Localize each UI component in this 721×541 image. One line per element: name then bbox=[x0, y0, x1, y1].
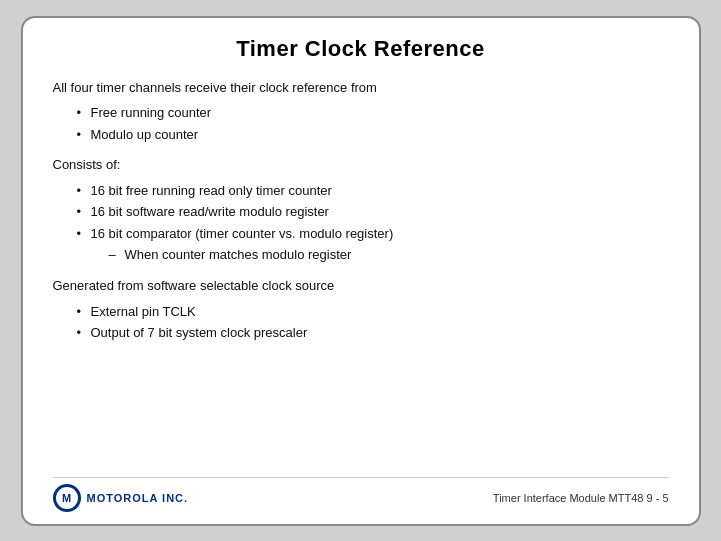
list-item: 16 bit comparator (timer counter vs. mod… bbox=[77, 223, 669, 266]
intro-text: All four timer channels receive their cl… bbox=[53, 78, 669, 99]
motorola-text: MOTOROLA INC. bbox=[87, 492, 189, 504]
list-item: External pin TCLK bbox=[77, 301, 669, 322]
slide-footer: M MOTOROLA INC. Timer Interface Module M… bbox=[53, 477, 669, 512]
motorola-circle-icon: M bbox=[53, 484, 81, 512]
consists-label: Consists of: bbox=[53, 155, 669, 176]
list-item: Free running counter bbox=[77, 102, 669, 123]
when-sub-list: When counter matches modulo register bbox=[109, 244, 669, 265]
consists-bullet-list: 16 bit free running read only timer coun… bbox=[77, 180, 669, 266]
motorola-logo: M MOTOROLA INC. bbox=[53, 484, 189, 512]
list-item: 16 bit free running read only timer coun… bbox=[77, 180, 669, 201]
slide: Timer Clock Reference All four timer cha… bbox=[21, 16, 701, 526]
slide-content: All four timer channels receive their cl… bbox=[53, 78, 669, 473]
list-item: When counter matches modulo register bbox=[109, 244, 669, 265]
list-item: Modulo up counter bbox=[77, 124, 669, 145]
generated-label: Generated from software selectable clock… bbox=[53, 276, 669, 297]
intro-bullet-list: Free running counter Modulo up counter bbox=[77, 102, 669, 145]
list-item: Output of 7 bit system clock prescaler bbox=[77, 322, 669, 343]
slide-title: Timer Clock Reference bbox=[53, 36, 669, 62]
list-item: 16 bit software read/write modulo regist… bbox=[77, 201, 669, 222]
generated-bullet-list: External pin TCLK Output of 7 bit system… bbox=[77, 301, 669, 344]
footer-page-number: Timer Interface Module MTT48 9 - 5 bbox=[493, 492, 669, 504]
